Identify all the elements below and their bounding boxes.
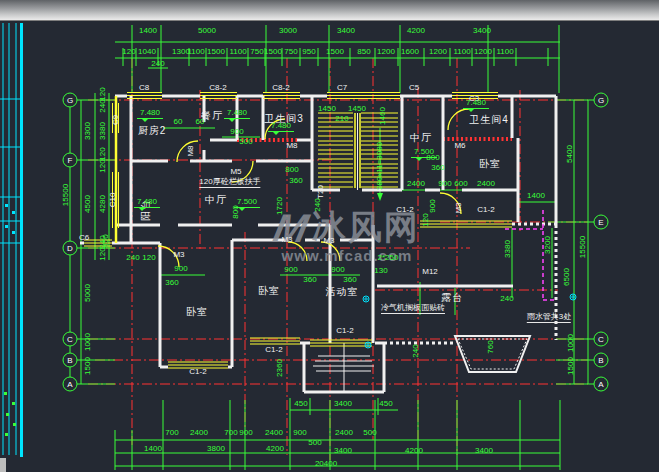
floorplan-drawing xyxy=(0,0,659,472)
cad-drawing-viewport[interactable]: M 冰风网 www.mfcad.com xyxy=(0,21,659,472)
sheet-border-lines xyxy=(0,23,22,457)
drain-symbols xyxy=(363,294,576,348)
screen-corner-fragment xyxy=(0,458,6,472)
cad-application-window: { "watermark": { "m": "M", "brand": "冰风网… xyxy=(0,0,659,472)
porch-steps xyxy=(313,343,374,392)
bay-window-hatch xyxy=(458,339,527,369)
stair-direction-arrow xyxy=(377,193,383,201)
sheet-border-marks xyxy=(4,392,16,436)
window-glazing-lines xyxy=(84,93,512,369)
bay-window-outline xyxy=(455,336,530,372)
parapet-dashed-walls xyxy=(384,224,556,343)
sheet-border-glyphs xyxy=(5,204,15,234)
wall-hatch-bands xyxy=(237,139,512,140)
